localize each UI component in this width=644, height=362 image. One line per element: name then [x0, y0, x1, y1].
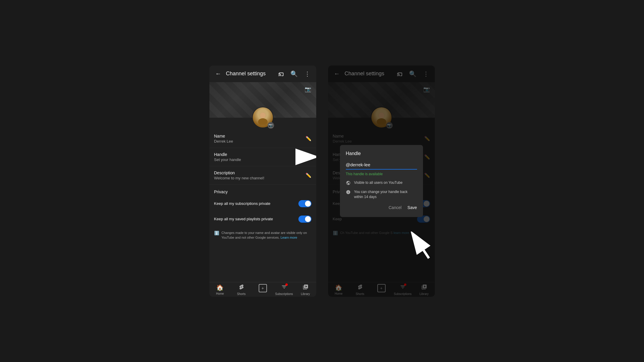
disclaimer-text-left: Changes made to your name and avatar are…: [222, 230, 311, 240]
add-icon-left: +: [259, 284, 267, 292]
subscriptions-label-left: Subscriptions: [275, 292, 293, 296]
globe-icon: [346, 181, 351, 186]
avatar-container-left: 📷: [252, 107, 273, 128]
handle-available-text: This handle is available: [346, 172, 417, 176]
svg-point-1: [258, 118, 268, 125]
top-bar-left: ← Channel settings 🔍 ⋮: [209, 66, 316, 82]
left-phone: ← Channel settings 🔍 ⋮ 📷: [209, 66, 316, 297]
bottom-nav-left: 🏠 Home Shorts + Subscriptions Library: [209, 282, 316, 297]
shorts-icon-left: [238, 284, 244, 291]
dialog-actions: Cancel Save: [346, 204, 417, 211]
description-row-left: Description Welcome to my new channel! ✏…: [209, 166, 316, 185]
handle-input[interactable]: [346, 160, 417, 170]
playlists-toggle-row-left: Keep all my saved playlists private: [209, 211, 316, 227]
privacy-header-left: Privacy: [209, 185, 316, 196]
name-info-left: Name Derrek Lee: [214, 134, 306, 143]
info-circle-icon: [346, 190, 351, 196]
info-icon-left: ℹ️: [214, 231, 219, 235]
nav-subscriptions-left[interactable]: Subscriptions: [273, 284, 295, 296]
library-label-left: Library: [301, 292, 310, 296]
shorts-label-left: Shorts: [237, 292, 246, 296]
search-icon-left[interactable]: 🔍: [290, 70, 298, 78]
camera-banner-icon-left[interactable]: 📷: [304, 85, 312, 93]
settings-content-left: Name Derrek Lee ✏️ Handle Set your handl…: [209, 130, 316, 282]
home-icon-left: 🏠: [216, 284, 224, 291]
banner-left: 📷 📷: [209, 82, 316, 118]
subscriptions-toggle-left[interactable]: [298, 200, 311, 207]
playlists-toggle-label-left: Keep all my saved playlists private: [214, 217, 298, 221]
name-label-left: Name: [214, 134, 306, 138]
dialog-info-text-1: Visible to all users on YouTube: [354, 180, 403, 185]
dialog-title: Handle: [346, 151, 417, 156]
avatar-camera-icon-left: 📷: [268, 122, 273, 128]
description-info-left: Description Welcome to my new channel!: [214, 170, 306, 180]
dialog-info-row-2: You can change your handle back within 1…: [346, 189, 417, 200]
library-icon-left: [303, 284, 309, 291]
right-phone: ← Channel settings 🔍 ⋮ 📷 📷: [328, 66, 435, 297]
more-icon-left[interactable]: ⋮: [303, 70, 311, 78]
description-edit-icon-left[interactable]: ✏️: [306, 173, 311, 178]
name-value-left: Derrek Lee: [214, 139, 306, 143]
handle-edit-icon-left[interactable]: ✏️: [306, 154, 311, 160]
dialog-info-text-2: You can change your handle back within 1…: [354, 189, 417, 200]
learn-more-link-left[interactable]: Learn more: [281, 236, 297, 239]
back-icon[interactable]: ←: [214, 70, 222, 78]
subscriptions-toggle-label-left: Keep all my subscriptions private: [214, 201, 298, 206]
save-button[interactable]: Save: [408, 204, 417, 211]
handle-label-left: Handle: [214, 152, 306, 157]
dialog-overlay-right: Handle This handle is available Visible …: [328, 66, 435, 297]
nav-shorts-left[interactable]: Shorts: [231, 284, 252, 296]
subscriptions-toggle-row-left: Keep all my subscriptions private: [209, 196, 316, 211]
home-label-left: Home: [216, 292, 224, 295]
name-row-left: Name Derrek Lee ✏️: [209, 130, 316, 148]
subscriptions-badge-dot-left: [285, 283, 288, 286]
page-title-left: Channel settings: [226, 71, 277, 77]
cancel-button[interactable]: Cancel: [389, 204, 402, 211]
cast-icon-left[interactable]: [277, 70, 285, 78]
top-bar-icons-left: 🔍 ⋮: [277, 70, 311, 78]
subscriptions-icon-left: [281, 284, 287, 291]
handle-value-left: Set your handle: [214, 157, 306, 162]
svg-point-2: [260, 113, 265, 118]
description-label-left: Description: [214, 170, 306, 175]
playlists-toggle-left[interactable]: [298, 216, 311, 223]
nav-add-left[interactable]: +: [252, 284, 273, 296]
handle-dialog: Handle This handle is available Visible …: [340, 145, 423, 217]
disclaimer-left: ℹ️ Changes made to your name and avatar …: [209, 227, 316, 244]
avatar-left[interactable]: 📷: [252, 107, 273, 128]
dialog-info-row-1: Visible to all users on YouTube: [346, 180, 417, 186]
handle-row-left: Handle Set your handle ✏️: [209, 148, 316, 166]
nav-library-left[interactable]: Library: [295, 284, 316, 296]
handle-info-left: Handle Set your handle: [214, 152, 306, 162]
description-value-left: Welcome to my new channel!: [214, 176, 306, 180]
nav-home-left[interactable]: 🏠 Home: [209, 284, 231, 296]
name-edit-icon-left[interactable]: ✏️: [306, 136, 311, 141]
